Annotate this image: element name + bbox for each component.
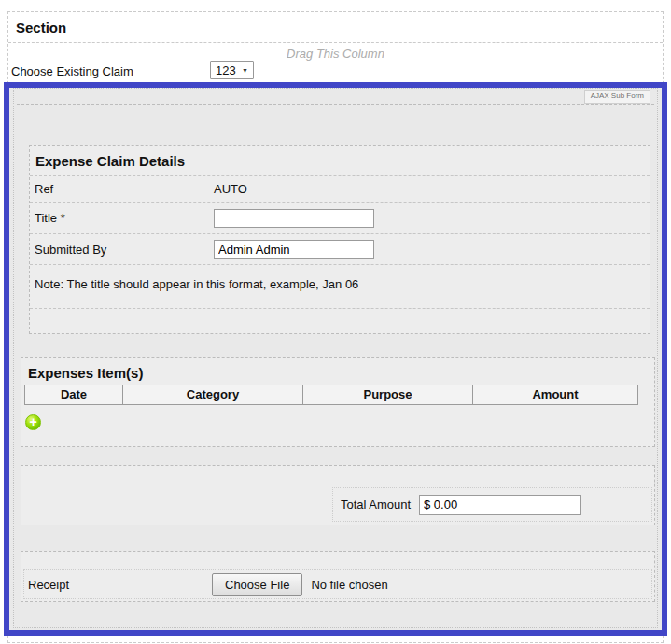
- receipt-label: Receipt: [24, 578, 212, 592]
- column-header-purpose: Purpose: [302, 385, 473, 405]
- claim-select[interactable]: 123 ▼: [210, 61, 254, 79]
- submitted-by-label: Submitted By: [30, 243, 214, 257]
- title-input[interactable]: [214, 209, 374, 228]
- note-row: Note: The title should appear in this fo…: [30, 265, 650, 309]
- file-status-text: No file chosen: [311, 578, 387, 592]
- ref-value: AUTO: [214, 182, 247, 196]
- column-header-category: Category: [122, 385, 303, 405]
- column-header-date: Date: [24, 385, 123, 405]
- submitted-by-input[interactable]: [214, 240, 374, 259]
- expense-details-heading: Expense Claim Details: [30, 146, 650, 176]
- expense-details-fieldset: Expense Claim Details Ref AUTO Title * S…: [29, 145, 650, 334]
- title-row: Title *: [30, 203, 650, 234]
- total-amount-row: Total Amount: [332, 487, 652, 522]
- add-expense-item-button[interactable]: +: [25, 414, 41, 430]
- claim-select-value: 123: [216, 63, 236, 77]
- section-header[interactable]: Section: [8, 12, 663, 43]
- expense-items-fieldset: Expenses Item(s) Date Category Purpose A…: [21, 357, 655, 447]
- section-title: Section: [16, 20, 66, 35]
- total-amount-input[interactable]: [419, 495, 581, 515]
- ref-row: Ref AUTO: [30, 176, 650, 203]
- ajax-subform-tab: AJAX Sub Form: [584, 90, 650, 104]
- choose-claim-label: Choose Existing Claim: [11, 64, 133, 78]
- receipt-row: Receipt Choose File No file chosen: [23, 569, 652, 599]
- subform-top-divider: [17, 104, 654, 105]
- choose-file-button[interactable]: Choose File: [212, 573, 302, 596]
- ref-label: Ref: [30, 182, 214, 196]
- total-amount-fieldset: Total Amount: [21, 465, 655, 525]
- submitted-by-row: Submitted By: [30, 234, 650, 265]
- title-label: Title *: [30, 211, 214, 225]
- receipt-file-input: Choose File No file chosen: [212, 573, 388, 596]
- drag-column-hint: Drag This Column: [8, 47, 663, 61]
- receipt-fieldset: Receipt Choose File No file chosen: [21, 551, 655, 602]
- chevron-down-icon: ▼: [242, 66, 248, 74]
- expense-items-heading: Expenses Item(s): [21, 358, 654, 385]
- items-table-header: Date Category Purpose Amount: [24, 385, 640, 405]
- plus-icon: +: [29, 415, 36, 429]
- column-header-amount: Amount: [472, 385, 638, 405]
- total-amount-label: Total Amount: [333, 497, 419, 511]
- ajax-subform: AJAX Sub Form Expense Claim Details Ref …: [4, 82, 667, 636]
- note-text: Note: The title should appear in this fo…: [35, 277, 358, 291]
